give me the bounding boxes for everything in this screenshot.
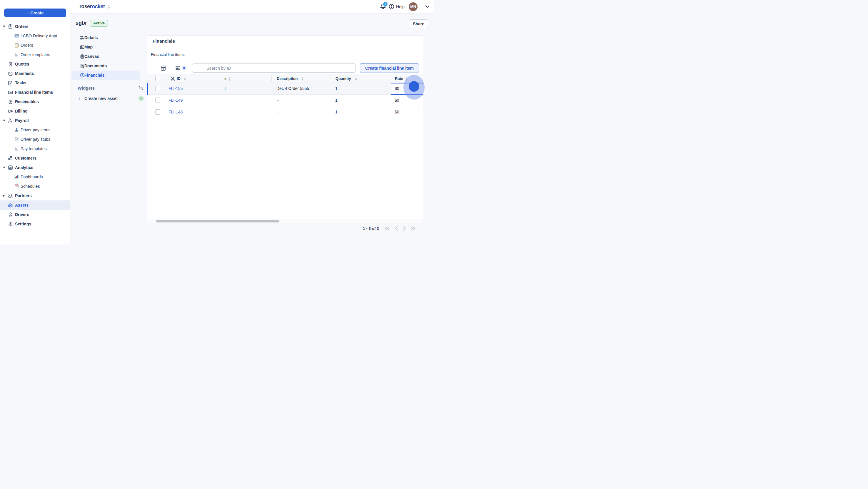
- tab-label: Documents: [84, 63, 107, 68]
- row-quantity-cell[interactable]: 1: [335, 109, 338, 114]
- svg-text:$: $: [10, 63, 11, 65]
- new-badge-icon: NEW: [14, 33, 19, 38]
- details-icon: [80, 36, 84, 40]
- sidebar-item-orders[interactable]: Orders: [0, 40, 70, 50]
- column-header-quantity[interactable]: Quantity: [336, 76, 351, 81]
- sidebar-item-receivables[interactable]: $ Receivables: [0, 97, 70, 106]
- create-financial-line-item-button[interactable]: Create financial line item: [360, 63, 419, 73]
- sidebar-item-tasks[interactable]: Tasks: [0, 78, 70, 88]
- svg-text:$: $: [10, 91, 11, 94]
- tab-map[interactable]: Map: [71, 42, 140, 52]
- sidebar-item-manifests[interactable]: Manifests: [0, 69, 70, 78]
- row-quantity-cell[interactable]: 1: [335, 98, 338, 103]
- sidebar-item-settings[interactable]: Settings: [0, 219, 70, 229]
- tab-documents[interactable]: Documents: [71, 61, 140, 70]
- sort-icon[interactable]: [228, 77, 231, 81]
- scrollbar-thumb[interactable]: [156, 220, 279, 223]
- row-rate-cell[interactable]: $0: [395, 109, 399, 114]
- create-button[interactable]: + Create: [4, 8, 66, 17]
- sidebar-item-driver-pay-items[interactable]: Driver pay items: [0, 125, 70, 135]
- sidebar-item-label: Assets: [15, 203, 29, 207]
- sidebar-item-billing[interactable]: $ Billing: [0, 106, 70, 116]
- sidebar-item-label: Receivables: [15, 99, 39, 104]
- sidebar-item-label: LCBO Delivery Appt: [21, 33, 57, 38]
- column-header-id[interactable]: ID: [177, 76, 181, 81]
- sidebar-item-label: Manifests: [15, 71, 34, 76]
- sort-icon[interactable]: [354, 77, 358, 81]
- tab-details[interactable]: Details: [71, 33, 140, 42]
- row-description-cell[interactable]: --: [276, 109, 279, 114]
- row-id-link[interactable]: FLI-149: [168, 98, 183, 103]
- main-area: sgbr Active Share Details Map Canvas Doc…: [70, 13, 434, 244]
- page-title: sgbr: [75, 20, 87, 26]
- help-menu[interactable]: ? Help: [389, 4, 405, 9]
- filters-icon[interactable]: [175, 65, 181, 71]
- tab-financials[interactable]: $ Financials: [71, 70, 140, 80]
- table-row[interactable]: FLI-149 -- 1 $0: [147, 95, 423, 106]
- task-check-icon: [8, 80, 13, 86]
- row-checkbox[interactable]: [155, 98, 160, 103]
- caret-down-icon[interactable]: [3, 120, 5, 121]
- column-header-partial[interactable]: e: [224, 76, 226, 81]
- table-header: ID e Description Quantity Rate: [147, 74, 423, 83]
- next-page-icon[interactable]: [403, 226, 406, 231]
- sidebar-item-schedules[interactable]: Schedules: [0, 182, 70, 191]
- sidebar-item-quotes[interactable]: $ Quotes: [0, 59, 70, 69]
- sidebar-item-label: Analytics: [15, 165, 33, 170]
- sidebar-item-driver-pay-stubs[interactable]: Driver pay stubs: [0, 135, 70, 144]
- assets-warehouse-icon: [8, 203, 13, 208]
- swap-arrows-icon[interactable]: [138, 86, 144, 90]
- sidebar-item-dashboards[interactable]: Dashboards: [0, 172, 70, 182]
- row-quantity-cell[interactable]: 1: [335, 86, 338, 91]
- search-input[interactable]: [192, 63, 356, 73]
- tab-label: Canvas: [84, 54, 99, 59]
- sidebar-item-payroll-group[interactable]: $ Payroll: [0, 116, 70, 125]
- dollar-circle-icon: $: [80, 73, 85, 77]
- sidebar-item-analytics-group[interactable]: Analytics: [0, 163, 70, 172]
- column-header-rate[interactable]: Rate: [395, 76, 403, 81]
- sidebar-item-lcbo-delivery-appt[interactable]: NEW LCBO Delivery Appt: [0, 31, 70, 40]
- bust-icon: [14, 128, 19, 132]
- svg-text:?: ?: [391, 5, 392, 8]
- sidebar-item-pay-templates[interactable]: Pay templates: [0, 144, 70, 153]
- caret-down-icon[interactable]: [3, 167, 5, 168]
- table-row[interactable]: FLI-155 l Dec 4 Order 5555 1 $0: [147, 83, 423, 95]
- sidebar-item-customers[interactable]: Customers: [0, 153, 70, 163]
- avatar[interactable]: MN: [409, 2, 417, 11]
- sort-icon[interactable]: [301, 77, 304, 81]
- widget-create-new-asset[interactable]: 1 Create new asset ✓: [70, 95, 141, 103]
- sidebar-item-drivers[interactable]: Drivers: [0, 210, 70, 219]
- row-rate-cell[interactable]: $0: [395, 98, 399, 103]
- chevron-down-icon[interactable]: [425, 5, 430, 8]
- share-button[interactable]: Share: [409, 20, 428, 28]
- row-id-link[interactable]: FLI-148: [168, 109, 183, 114]
- rate-edit-cell[interactable]: $0: [391, 83, 423, 95]
- caret-down-icon[interactable]: [3, 26, 5, 27]
- sidebar-item-financial-line-items[interactable]: $ Financial line items: [0, 88, 70, 97]
- sidebar-item-assets[interactable]: Assets: [0, 200, 70, 210]
- prev-page-icon[interactable]: [395, 226, 398, 231]
- sort-icon[interactable]: [183, 77, 186, 81]
- row-description-cell[interactable]: Dec 4 Order 5555: [276, 86, 309, 91]
- logo-text-rose: rose: [80, 3, 90, 10]
- row-checkbox[interactable]: [155, 109, 160, 115]
- sidebar-item-orders-group[interactable]: Orders: [0, 22, 70, 31]
- notifications-bell[interactable]: 6: [380, 3, 389, 11]
- first-page-icon[interactable]: [384, 226, 390, 231]
- sidebar-item-order-templates[interactable]: Order templates: [0, 50, 70, 59]
- caret-right-icon[interactable]: [3, 195, 5, 197]
- updown-arrows-icon[interactable]: [107, 5, 110, 9]
- column-header-description[interactable]: Description: [277, 76, 298, 81]
- table-row[interactable]: FLI-148 -- 1 $0: [147, 106, 423, 118]
- row-checkbox[interactable]: [155, 86, 160, 91]
- select-all-checkbox[interactable]: [155, 76, 160, 81]
- sort-icon[interactable]: [405, 77, 408, 81]
- tab-canvas[interactable]: Canvas: [71, 52, 140, 61]
- analytics-chart-icon: [8, 165, 13, 170]
- last-page-icon[interactable]: [410, 226, 416, 231]
- sidebar-item-partners-group[interactable]: Partners: [0, 191, 70, 200]
- row-rate-value: $0: [395, 86, 399, 91]
- row-id-link[interactable]: FLI-155: [168, 86, 183, 91]
- row-description-cell[interactable]: --: [276, 98, 279, 103]
- table-view-icon[interactable]: [160, 65, 166, 71]
